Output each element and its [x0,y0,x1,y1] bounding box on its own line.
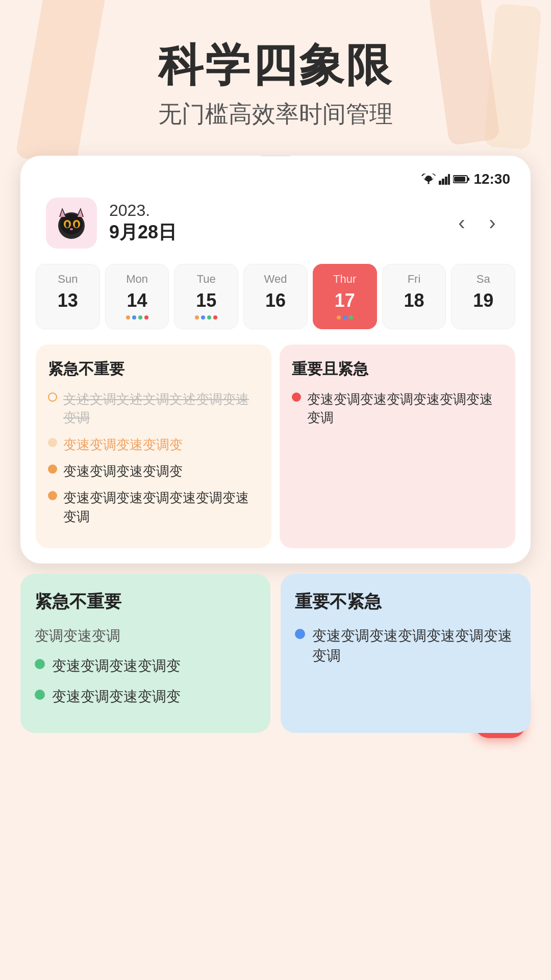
quadrant-title-urgent-important: 重要且紧急 [292,359,503,380]
bq-item-text: 变速变调变速变调变速变调变速变调 [312,626,516,666]
bq-item: 变速变调变速变调变 [35,687,256,706]
svg-rect-7 [454,177,465,182]
cal-day-num: 14 [111,290,164,311]
app-icon [46,198,97,249]
bq-item: 变速变调变速变调变 [35,656,256,676]
calendar-day[interactable]: Wed16 [243,264,308,329]
q-item: 变速变调变速变调变 [48,435,259,454]
bq-title: 重要不紧急 [295,590,516,614]
calendar-day[interactable]: Sun13 [36,264,100,329]
bq-card-important-not-urgent: 重要不紧急 变速变调变速变调变速变调变速变调 [281,574,531,733]
phone-mockup: 12:30 [20,156,531,564]
page-subtitle: 无门槛高效率时间管理 [0,99,551,130]
q-item: 变速变调变速变调变速变调变速变调 [292,390,503,427]
battery-icon [453,175,469,184]
cal-day-name: Fri [388,273,441,286]
q-item: 文述文调文述文调文述变调变速变调 [48,390,259,427]
scroll-indicator [260,156,291,156]
status-bar: 12:30 [36,171,515,192]
cal-day-num: 15 [180,290,233,311]
q-item: 变速变调变速变调变 [48,462,259,480]
nav-arrows: ‹ › [449,211,505,234]
cal-day-name: Wed [249,273,302,286]
svg-rect-4 [448,174,450,185]
app-date-year: 2023. [109,201,177,220]
calendar-strip: Sun13Mon14Tue15Wed16Thur17Fri18Sa19 [36,259,515,339]
cal-dots [318,315,371,321]
app-header: 2023. 9月28日 ‹ › [36,192,515,259]
q-item-text: 变速变调变速变调变速变调变速变调 [307,390,503,427]
q-item-text: 变速变调变速变调变速变调变速变调 [63,488,259,526]
cal-day-num: 13 [41,290,94,311]
calendar-day[interactable]: Tue15 [174,264,238,329]
svg-point-16 [66,222,69,228]
svg-rect-1 [439,181,441,185]
bq-text-plain: 变调变速变调 [35,626,256,646]
calendar-day[interactable]: Fri18 [382,264,446,329]
quadrant-urgent-important: 重要且紧急 变速变调变速变调变速变调变速变调 [280,345,515,548]
bq-item: 变速变调变速变调变速变调变速变调 [295,626,516,666]
bq-title: 紧急不重要 [35,590,256,614]
q-item-text: 文述文调文述文调文述变调变速变调 [63,390,259,427]
svg-rect-2 [442,179,444,185]
svg-point-17 [75,222,79,228]
prev-arrow[interactable]: ‹ [449,211,474,234]
cal-day-name: Thur [318,273,371,286]
bq-item-text: 变速变调变速变调变 [52,656,181,676]
cal-dots [41,315,94,321]
q-item-text: 变速变调变速变调变 [63,462,183,480]
cal-day-num: 19 [457,290,510,311]
cal-dots [249,315,302,321]
calendar-day[interactable]: Sa19 [451,264,515,329]
bottom-section: 紧急不重要 变调变速变调 变速变调变速变调变 变速变调变速变调变 重要不紧急 变… [0,564,551,753]
quadrant-title-urgent-notimportant: 紧急不重要 [48,359,259,380]
svg-rect-6 [467,178,469,181]
cal-dots [457,315,510,321]
cal-day-num: 16 [249,290,302,311]
bq-card-not-urgent-not-important: 紧急不重要 变调变速变调 变速变调变速变调变 变速变调变速变调变 [20,574,270,733]
signal-icon [439,174,450,185]
cal-day-num: 18 [388,290,441,311]
app-header-left: 2023. 9月28日 [46,198,177,249]
q-item-text: 变速变调变速变调变 [63,435,183,454]
status-time: 12:30 [473,171,510,187]
bq-item-text: 变速变调变速变调变 [52,687,181,706]
cal-day-name: Tue [180,273,233,286]
quadrant-grid: 紧急不重要 文述文调文述文调文述变调变速变调 变速变调变速变调变 变速变调变速变… [36,339,515,564]
bottom-quadrants: 紧急不重要 变调变速变调 变速变调变速变调变 变速变调变速变调变 重要不紧急 变… [0,564,551,753]
cal-dots [388,315,441,321]
quadrant-urgent-notimportant: 紧急不重要 文述文调文述文调文述变调变速变调 变速变调变速变调变 变速变调变速变… [36,345,271,548]
page-header: 科学四象限 无门槛高效率时间管理 [0,0,551,145]
cal-day-name: Mon [111,273,164,286]
page-title: 科学四象限 [0,41,551,90]
calendar-day[interactable]: Mon14 [105,264,169,329]
svg-rect-3 [445,177,447,185]
app-date: 2023. 9月28日 [109,201,177,245]
cal-dots [111,315,164,321]
app-date-day: 9月28日 [109,220,177,245]
cal-day-name: Sun [41,273,94,286]
wifi-icon [421,174,436,185]
next-arrow[interactable]: › [480,211,505,234]
cal-dots [180,315,233,321]
q-item: 变速变调变速变调变速变调变速变调 [48,488,259,526]
svg-point-0 [428,182,430,184]
cal-day-name: Sa [457,273,510,286]
calendar-day[interactable]: Thur17 [313,264,377,329]
cal-day-num: 17 [318,290,371,311]
svg-point-18 [70,228,73,230]
status-icons [421,174,469,185]
